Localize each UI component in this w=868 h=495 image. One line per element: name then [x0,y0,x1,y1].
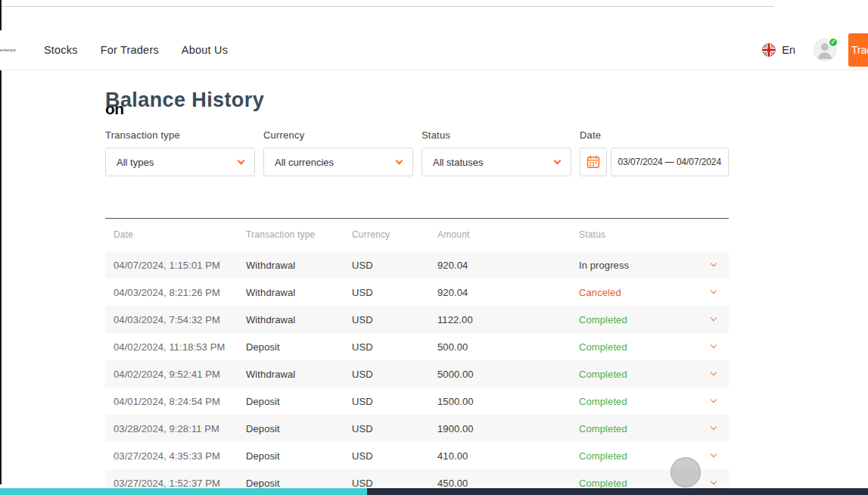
table-row[interactable]: 03/27/2024, 4:35:33 PM Deposit USD 410.0… [105,442,729,469]
filter-currency: Currency All currencies [263,129,413,176]
chevron-down-icon [711,288,717,294]
filter-label: Currency [263,129,413,141]
select-value: All statuses [433,157,483,168]
status-text: Completed [579,314,698,325]
nav-links: Stocks For Traders About Us [44,44,228,56]
cell-currency: USD [352,314,437,325]
filters-bar: Transaction type All types Currency All … [105,129,729,176]
chevron-down-icon [711,478,717,484]
logo-tagline: erience [0,48,23,53]
cell-amount: 1122.00 [437,314,579,325]
expand-row-button[interactable] [698,373,729,375]
nav-item-stocks[interactable]: Stocks [44,44,78,56]
chevron-down-icon [238,157,245,164]
nav-item-for-traders[interactable]: For Traders [101,44,159,56]
cell-amount: 1500.00 [437,396,579,407]
language-selector[interactable]: En [782,44,795,56]
window-top-line [0,6,773,7]
cell-amount: 410.00 [437,450,579,462]
filter-label: Date [580,129,729,141]
expand-row-button[interactable] [698,264,729,266]
chevron-down-icon [396,157,403,164]
expand-row-button[interactable] [698,400,729,402]
expand-row-button[interactable] [698,428,729,429]
chevron-down-icon [711,369,717,375]
cell-currency: USD [352,423,437,434]
cell-amount: 920.04 [437,260,579,271]
cell-currency: USD [352,260,437,271]
filter-date: Date 03/07/2024 — 04/07/2024 [580,129,729,176]
status-text: In progress [579,260,698,271]
expand-row-button[interactable] [698,455,729,456]
cell-amount: 500.00 [437,341,579,353]
nav-right-group: En ✓ Trade [762,33,868,67]
currency-select[interactable]: All currencies [263,148,413,176]
page-title: Balance History [105,89,729,112]
window-bottom-bar [0,488,868,495]
filter-label: Status [422,129,571,141]
cell-currency: USD [352,287,437,298]
column-header-status: Status [579,229,698,240]
date-range-field[interactable]: 03/07/2024 — 04/07/2024 [611,148,730,176]
select-value: All currencies [275,157,334,168]
user-avatar[interactable]: ✓ [814,39,836,61]
cell-amount: 1900.00 [437,423,579,434]
filter-status: Status All statuses [422,129,571,176]
filter-transaction-type: Transaction type All types [105,129,255,176]
expand-row-button[interactable] [698,291,729,293]
bottom-bar-cyan-segment [0,488,367,495]
table-row[interactable]: 03/28/2024, 9:28:11 PM Deposit USD 1900.… [105,415,729,442]
cell-date: 03/27/2024, 1:52:37 PM [114,478,246,489]
chevron-down-icon [711,451,717,457]
floating-widget-button[interactable] [670,457,701,487]
table-header: Date Transaction type Currency Amount St… [105,219,729,251]
expand-row-button[interactable] [698,319,729,320]
avatar-person-icon [818,52,832,59]
cell-date: 03/27/2024, 4:35:33 PM [114,450,246,462]
cell-type: Deposit [246,396,352,407]
cell-amount: 450.00 [437,478,579,489]
status-text: Completed [579,423,698,434]
status-text: Completed [579,369,698,380]
calendar-button[interactable] [580,148,607,176]
cell-date: 04/03/2024, 8:21:26 PM [114,287,246,298]
chevron-down-icon [711,342,717,348]
expand-row-button[interactable] [698,346,729,347]
window-left-edge-line [0,0,2,484]
column-header-date: Date [114,229,246,240]
cell-date: 03/28/2024, 9:28:11 PM [114,423,246,434]
cell-type: Deposit [246,423,352,434]
cell-type: Withdrawal [246,314,352,325]
table-row[interactable]: 04/03/2024, 7:54:32 PM Withdrawal USD 11… [105,306,729,333]
status-text: Completed [579,396,698,407]
cell-currency: USD [352,478,437,489]
table-row[interactable]: 04/02/2024, 9:52:41 PM Withdrawal USD 50… [105,360,729,388]
cell-date: 04/01/2024, 8:24:54 PM [114,396,246,407]
trade-button[interactable]: Trade [848,33,868,67]
cell-type: Deposit [246,478,352,489]
table-row[interactable]: 04/03/2024, 8:21:26 PM Withdrawal USD 92… [105,279,729,306]
chevron-down-icon [711,424,717,430]
calendar-icon [586,154,601,170]
cell-type: Deposit [246,341,352,353]
expand-row-button[interactable] [698,482,729,484]
transaction-type-select[interactable]: All types [105,148,255,176]
nav-item-about-us[interactable]: About Us [182,44,228,56]
chevron-down-icon [711,260,717,266]
column-header-type: Transaction type [246,229,352,240]
column-header-currency: Currency [352,229,437,240]
cell-currency: USD [352,369,437,380]
brand-logo[interactable]: on erience [0,47,23,53]
table-row[interactable]: 04/02/2024, 11:18:53 PM Deposit USD 500.… [105,333,729,360]
select-value: All types [117,157,154,168]
table-row[interactable]: 04/07/2024, 1:15:01 PM Withdrawal USD 92… [105,251,729,279]
status-text: Canceled [579,287,698,298]
cell-type: Withdrawal [246,260,352,271]
transactions-table: Date Transaction type Currency Amount St… [105,218,729,495]
table-row[interactable]: 04/01/2024, 8:24:54 PM Deposit USD 1500.… [105,388,729,415]
cell-type: Deposit [246,450,352,462]
status-select[interactable]: All statuses [422,148,571,176]
cell-amount: 920.04 [437,287,579,298]
chevron-down-icon [711,397,717,403]
uk-flag-icon[interactable] [762,43,776,57]
